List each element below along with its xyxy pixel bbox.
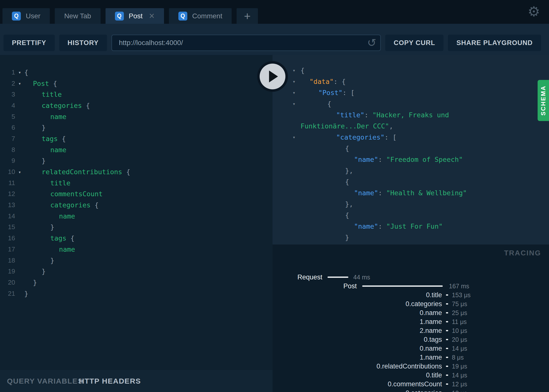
settings-gear-icon[interactable]: ⚙	[528, 3, 540, 20]
fold-arrow-icon[interactable]: ▾	[15, 169, 24, 175]
json-token: "name"	[354, 222, 378, 230]
copy-curl-button[interactable]: COPY CURL	[385, 35, 444, 51]
response-line: "name": "Freedom of Speech"	[273, 154, 549, 165]
line-number: 7	[0, 135, 15, 143]
editor-line: 2▾Post {	[0, 78, 273, 89]
json-text: {	[301, 66, 304, 74]
response-line: "name": "Health & Wellbeing"	[273, 187, 549, 198]
code-token: {	[24, 69, 28, 76]
response-lines: ▾{▾"data": {▾"Post": [▾{"title": "Hacker…	[273, 55, 549, 245]
tab-new-tab[interactable]: New Tab	[55, 8, 100, 24]
editor-line: 4categories {	[0, 100, 273, 111]
tracing-row: 0.categories75 μs	[273, 299, 549, 308]
tracing-row: 0.tags20 μs	[273, 335, 549, 344]
timing-dash	[446, 303, 448, 305]
query-editor-lines: 1▾{2▾Post {3title4categories {5name6}7ta…	[0, 55, 273, 299]
response-line: },	[273, 198, 549, 209]
response-line: ▾"Post": [	[273, 87, 549, 98]
code-text: name	[50, 146, 66, 154]
tracing-row-value: 10 μs	[452, 327, 467, 334]
tracing-row-value: 8 μs	[452, 354, 464, 361]
query-badge-icon: Q	[178, 12, 187, 21]
collapse-arrow-icon[interactable]: ▾	[293, 134, 295, 140]
editor-line: 21}	[0, 288, 273, 299]
line-number: 9	[0, 157, 15, 165]
line-number: 10	[0, 168, 15, 176]
tracing-row-label: 0.commentsCount	[273, 380, 442, 388]
tab-comment[interactable]: QComment	[169, 8, 232, 24]
editor-line: 5name	[0, 111, 273, 122]
code-text: commentsCount	[50, 190, 103, 198]
json-token: {	[345, 144, 349, 152]
new-tab-button[interactable]: +	[237, 8, 258, 24]
tracing-row: 0.commentsCount12 μs	[273, 380, 549, 389]
code-token: {	[95, 201, 99, 209]
collapse-arrow-icon[interactable]: ▾	[293, 68, 295, 73]
schema-tab-label: SCHEMA	[540, 85, 547, 116]
editor-line: 1▾{	[0, 67, 273, 78]
json-text: "data": {	[309, 77, 346, 85]
prettify-button[interactable]: PRETTIFY	[3, 35, 55, 51]
tracing-row-label: 0.title	[273, 371, 442, 379]
json-token: :	[378, 222, 386, 230]
line-number: 16	[0, 234, 15, 242]
timing-dash	[446, 294, 448, 296]
json-text: {	[327, 100, 331, 107]
json-token: }	[345, 233, 349, 241]
tracing-row-label: 1.name	[273, 318, 442, 326]
schema-tab[interactable]: SCHEMA	[538, 80, 549, 121]
timing-dash	[446, 348, 448, 349]
code-text: title	[50, 179, 70, 187]
code-token: title	[42, 91, 62, 98]
code-token: }	[42, 124, 46, 131]
history-button[interactable]: HISTORY	[59, 35, 107, 51]
response-line: Funktionäre...Der CCC",	[273, 120, 549, 131]
tab-user[interactable]: QUser	[2, 8, 50, 24]
editor-line: 13categories {	[0, 199, 273, 211]
tracing-rows: Request44 msPost167 ms0.title153 μs0.cat…	[273, 273, 549, 392]
execute-play-button[interactable]	[257, 61, 288, 92]
response-line: {	[273, 176, 549, 187]
http-headers-tab[interactable]: HTTP HEADERS	[79, 377, 141, 385]
tracing-row-value: 153 μs	[452, 292, 471, 299]
code-token: categories	[50, 201, 95, 209]
response-line: }	[273, 232, 549, 243]
share-playground-button[interactable]: SHARE PLAYGROUND	[448, 35, 541, 51]
tracing-row-value: 11 μs	[452, 318, 467, 325]
json-token: "Freedom of Speech"	[386, 155, 463, 163]
editor-line: 18}	[0, 255, 273, 266]
reload-icon[interactable]: ↺	[367, 37, 376, 48]
code-text: }	[42, 124, 46, 131]
tab-label: Comment	[192, 12, 222, 20]
timing-dash	[446, 384, 448, 385]
endpoint-url-box: ↺	[111, 35, 381, 51]
json-text: {	[345, 178, 349, 185]
code-token: tags	[50, 234, 70, 242]
endpoint-url-input[interactable]	[112, 39, 367, 47]
timing-dash	[446, 339, 448, 340]
close-tab-icon[interactable]: ×	[149, 12, 155, 20]
editor-line: 15}	[0, 222, 273, 233]
response-line: {	[273, 209, 549, 220]
code-text: }	[42, 157, 46, 165]
code-text: tags {	[42, 135, 66, 143]
collapse-arrow-icon[interactable]: ▾	[293, 101, 295, 106]
tracing-row-label: 0.tags	[273, 336, 442, 343]
query-editor-pane[interactable]: 1▾{2▾Post {3title4categories {5name6}7ta…	[0, 55, 273, 370]
query-variables-tab[interactable]: QUERY VARIABLES	[7, 377, 83, 385]
json-text: "categories": [	[336, 133, 397, 141]
code-token: relatedContributions	[42, 168, 126, 176]
json-token: },	[345, 200, 353, 208]
tab-post[interactable]: QPost×	[106, 8, 164, 24]
tracing-row: 1.name8 μs	[273, 353, 549, 362]
response-line: "name": "Just For Fun"	[273, 220, 549, 232]
collapse-arrow-icon[interactable]: ▾	[293, 79, 295, 84]
collapse-arrow-icon[interactable]: ▾	[293, 90, 295, 95]
line-number: 20	[0, 279, 15, 286]
line-number: 21	[0, 290, 15, 297]
fold-arrow-icon[interactable]: ▾	[15, 70, 24, 75]
tracing-row-value: 75 μs	[452, 300, 467, 308]
line-number: 2	[0, 80, 15, 87]
json-token: "name"	[354, 189, 378, 196]
fold-arrow-icon[interactable]: ▾	[15, 81, 24, 86]
